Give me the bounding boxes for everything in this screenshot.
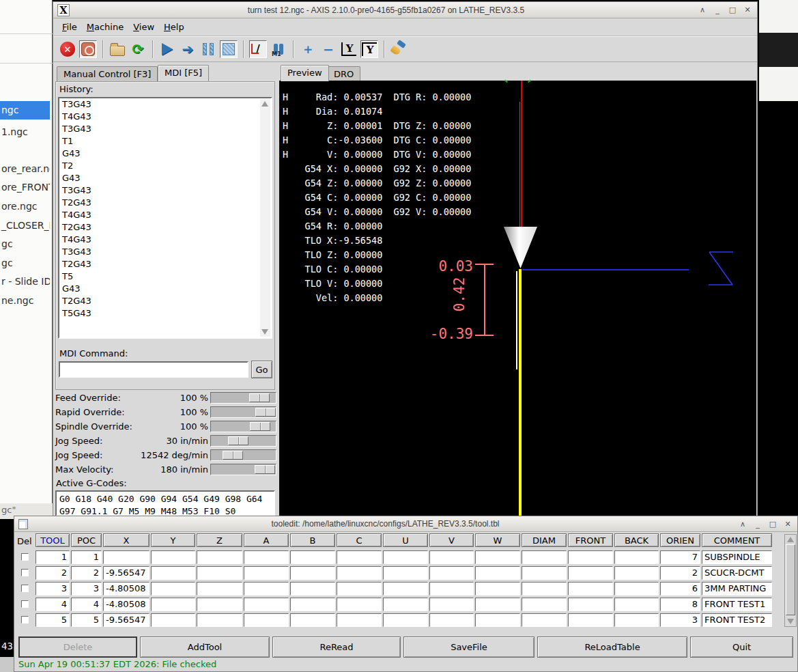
history-item[interactable]: G43 — [59, 172, 271, 184]
cell-front[interactable] — [568, 598, 613, 611]
delete-button[interactable]: Delete — [18, 636, 137, 658]
history-item[interactable]: G43 — [59, 283, 271, 295]
cell-tool[interactable]: 5 — [35, 613, 70, 627]
column-a[interactable]: A — [244, 533, 289, 547]
cell-x[interactable] — [103, 550, 149, 564]
cell-c[interactable] — [337, 582, 382, 596]
estop-button[interactable]: ✕ — [59, 40, 76, 58]
history-item[interactable]: T4G43 — [59, 111, 271, 123]
open-file-button[interactable] — [109, 40, 126, 58]
file-list-item[interactable]: ore_FRONT — [0, 180, 50, 194]
cell-diam[interactable] — [522, 566, 567, 580]
tab-preview[interactable]: Preview — [281, 65, 329, 81]
jog-speed-deg-slider[interactable] — [210, 449, 276, 461]
go-button[interactable]: Go — [251, 361, 272, 378]
scroll-up-icon[interactable] — [787, 537, 794, 542]
tab-dro[interactable]: DRO — [327, 66, 360, 81]
cell-orien[interactable]: 8 — [660, 598, 700, 611]
cell-c[interactable] — [337, 566, 382, 580]
cell-poc[interactable]: 1 — [71, 550, 102, 564]
history-item[interactable]: T5G43 — [59, 307, 271, 320]
cell-z[interactable] — [197, 550, 242, 564]
cell-a[interactable] — [244, 550, 289, 564]
cell-x[interactable]: -9.56547 — [103, 613, 149, 627]
cell-c[interactable] — [337, 613, 382, 627]
cell-v[interactable] — [429, 598, 474, 611]
cell-comment[interactable]: 3MM PARTING — [702, 582, 772, 596]
cell-tool[interactable]: 4 — [35, 598, 70, 611]
cell-y[interactable] — [151, 613, 195, 627]
cell-b[interactable] — [290, 550, 335, 564]
cell-a[interactable] — [244, 598, 289, 611]
cell-u[interactable] — [383, 566, 428, 580]
reload-file-button[interactable]: ⟳ — [129, 40, 147, 58]
reloadtable-button[interactable]: ReLoadTable — [537, 636, 687, 658]
spindle-override-slider[interactable] — [210, 421, 276, 432]
slider-handle[interactable] — [250, 422, 270, 431]
column-back[interactable]: BACK — [614, 533, 659, 547]
cell-x[interactable]: -4.80508 — [103, 582, 149, 596]
slider-handle[interactable] — [228, 436, 248, 445]
addtool-button[interactable]: AddTool — [140, 636, 270, 658]
history-item[interactable]: T4G43 — [59, 234, 271, 246]
cell-v[interactable] — [429, 582, 474, 596]
cell-comment[interactable]: FRONT TEST2 — [702, 613, 772, 627]
cell-w[interactable] — [475, 550, 520, 564]
cell-orien[interactable]: 7 — [660, 550, 700, 564]
cell-y[interactable] — [151, 598, 195, 611]
slider-handle[interactable] — [255, 408, 276, 417]
column-b[interactable]: B — [290, 533, 335, 547]
cell-v[interactable] — [429, 613, 474, 627]
history-item[interactable]: T2G43 — [59, 295, 271, 307]
cell-tool[interactable]: 3 — [35, 582, 70, 596]
diameter-display-button[interactable]: Y — [360, 40, 378, 58]
file-list-item[interactable]: ore_rear.ng — [0, 162, 50, 176]
quit-button[interactable]: Quit — [690, 636, 793, 658]
slider-handle[interactable] — [249, 393, 270, 402]
cell-front[interactable] — [568, 582, 613, 596]
feed-override-slider[interactable] — [210, 392, 276, 404]
menu-help[interactable]: Help — [159, 20, 189, 33]
cell-orien[interactable]: 2 — [660, 566, 700, 580]
cell-u[interactable] — [383, 613, 428, 627]
delete-checkbox[interactable] — [21, 600, 29, 608]
cell-back[interactable] — [614, 598, 659, 611]
file-list-item[interactable]: gc — [0, 237, 50, 251]
slider-handle[interactable] — [255, 465, 275, 474]
history-item[interactable]: T5 — [59, 270, 271, 283]
cell-a[interactable] — [244, 613, 289, 627]
run-button[interactable] — [158, 40, 176, 58]
cell-front[interactable] — [568, 550, 613, 564]
cell-comment[interactable]: SUBSPINDLE — [702, 550, 772, 564]
column-u[interactable]: U — [383, 533, 428, 547]
cell-c[interactable] — [337, 550, 382, 564]
cell-diam[interactable] — [522, 582, 567, 596]
cell-u[interactable] — [383, 598, 428, 611]
cell-b[interactable] — [290, 582, 335, 596]
shade-icon[interactable]: ∧ — [698, 5, 707, 14]
history-item[interactable]: T3G43 — [59, 98, 271, 111]
delete-checkbox[interactable] — [21, 553, 29, 561]
history-item[interactable]: T4G43 — [59, 209, 271, 221]
file-list-item[interactable]: ore.ngc — [0, 199, 50, 213]
cell-b[interactable] — [290, 613, 335, 627]
cell-w[interactable] — [475, 566, 520, 580]
delete-checkbox[interactable] — [21, 585, 29, 592]
file-list-item[interactable]: r - Slide ID — [0, 275, 50, 288]
zoom-in-button[interactable]: ＋ — [299, 40, 317, 58]
column-w[interactable]: W — [475, 533, 520, 547]
file-list-item[interactable]: 1.ngc — [0, 125, 50, 139]
cell-b[interactable] — [290, 598, 335, 611]
cell-x[interactable]: -9.56547 — [103, 566, 149, 580]
savefile-button[interactable]: SaveFile — [403, 636, 535, 658]
column-comment[interactable]: COMMENT — [702, 533, 772, 547]
cell-y[interactable] — [151, 582, 195, 596]
cell-y[interactable] — [151, 550, 195, 564]
clear-plot-button[interactable] — [390, 40, 408, 58]
mdi-history-list[interactable]: T3G43 T4G43 T3G43 T1 G43 T2 G43 T3G43 T2… — [58, 97, 272, 339]
cell-back[interactable] — [614, 582, 659, 596]
maximize-icon[interactable]: □ — [728, 5, 737, 14]
history-scrollbar[interactable] — [260, 99, 270, 337]
cell-comment[interactable]: SCUCR-DCMT — [702, 566, 772, 580]
minimize-icon[interactable]: _ — [713, 5, 722, 14]
